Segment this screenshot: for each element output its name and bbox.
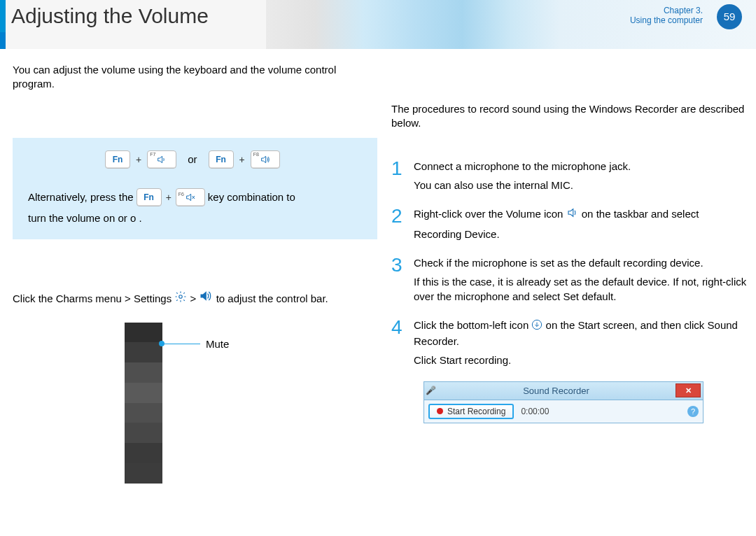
step-text: Click the bottom-left icon on the Start … <box>414 318 756 348</box>
step-subtext: If this is the case, it is already set a… <box>414 274 756 304</box>
svg-point-0 <box>179 295 183 298</box>
plus-sign-2: + <box>238 154 246 165</box>
step-1: 1 Connect a microphone to the microphone… <box>391 159 756 192</box>
page-number-badge: 59 <box>717 4 742 29</box>
volume-mute-icon <box>185 192 196 203</box>
step-subtext: You can also use the internal MIC. <box>414 178 756 192</box>
step-text: Connect a microphone to the microphone j… <box>414 159 756 174</box>
right-lead: The procedures to record sound using the… <box>391 102 756 131</box>
alt-key-text: Alternatively, press the Fn + F6 key com… <box>28 187 362 208</box>
step-2: 2 Right-click over the Volume icon on th… <box>391 206 756 242</box>
step-number: 1 <box>391 159 407 178</box>
volume-up-icon <box>260 154 271 165</box>
chapter-line2: Using the computer <box>630 15 703 25</box>
page-title: Adjusting the Volume <box>11 4 209 28</box>
plus-sign: + <box>134 154 143 165</box>
close-button[interactable]: ✕ <box>676 383 701 397</box>
f7-key: F7 <box>147 150 176 169</box>
step-text: Right-click over the Volume icon on the … <box>414 206 756 223</box>
step-3: 3 Check if the microphone is set as the … <box>391 255 756 304</box>
step-subtext: Recording Device. <box>414 227 756 241</box>
step-4: 4 Click the bottom-left icon on the Star… <box>391 318 756 367</box>
step-number: 3 <box>391 255 407 275</box>
right-column: The procedures to record sound using the… <box>391 63 756 484</box>
sound-recorder-window: 🎤 Sound Recorder ✕ Start Recording 0:00:… <box>424 381 704 423</box>
or-text: or <box>181 153 204 165</box>
start-recording-label: Start Recording <box>447 407 505 416</box>
help-button[interactable]: ? <box>687 406 699 417</box>
page-header: Adjusting the Volume Chapter 3. Using th… <box>0 0 756 49</box>
recorder-titlebar: 🎤 Sound Recorder ✕ <box>424 381 704 400</box>
keyboard-shortcut-box: Fn + F7 or Fn + F8 Alternatively, press … <box>13 138 377 239</box>
fn-key-3: Fn <box>136 188 162 206</box>
chapter-label: Chapter 3. Using the computer <box>630 6 703 26</box>
recording-time: 0:00:00 <box>521 407 549 416</box>
settings-gear-icon <box>174 289 187 310</box>
volume-bar-graphic: Mute <box>125 323 307 484</box>
mute-label: Mute <box>206 338 229 350</box>
accent-stripe <box>0 0 6 32</box>
charms-instruction: Click the Charms menu > Settings > to ad… <box>13 288 377 310</box>
start-recording-button[interactable]: Start Recording <box>428 404 514 419</box>
fn-key: Fn <box>105 150 130 169</box>
step-number: 4 <box>391 318 407 337</box>
step-text: Check if the microphone is set as the de… <box>414 255 756 270</box>
volume-tray-icon <box>566 206 579 223</box>
key-combo-row: Fn + F7 or Fn + F8 <box>28 150 362 169</box>
callout-line <box>162 344 200 344</box>
step-number: 2 <box>391 206 407 226</box>
intro-text: You can adjust the volume using the keyb… <box>13 63 377 92</box>
fn-key-2: Fn <box>209 150 234 169</box>
recorder-body: Start Recording 0:00:00 ? <box>424 400 704 423</box>
volume-down-icon <box>156 154 167 165</box>
left-column: You can adjust the volume using the keyb… <box>13 63 377 484</box>
chapter-line1: Chapter 3. <box>664 6 703 15</box>
microphone-icon: 🎤 <box>424 386 437 395</box>
alt-key-text-end: turn the volume on or o . <box>28 212 362 224</box>
down-arrow-circle-icon <box>531 319 542 334</box>
record-dot-icon <box>437 408 443 414</box>
speaker-icon <box>199 289 213 310</box>
recorder-title: Sound Recorder <box>437 386 676 396</box>
f8-key: F8 <box>251 150 280 169</box>
f6-key: F6 <box>176 188 205 206</box>
step-subtext: Click Start recording. <box>414 353 756 367</box>
